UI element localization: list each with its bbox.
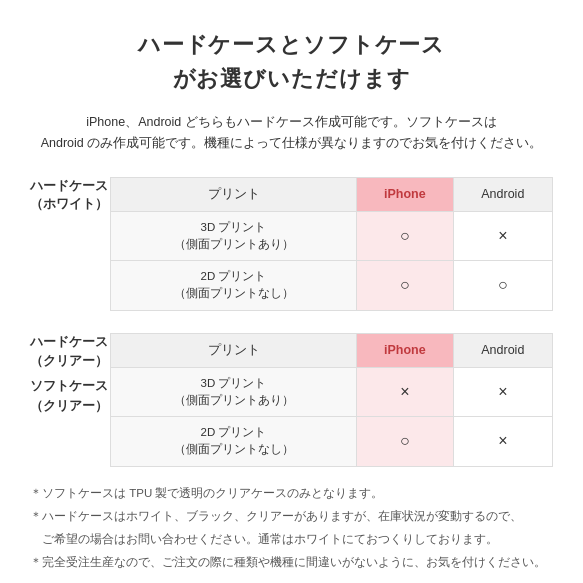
- table2-row2-print: 2D プリント（側面プリントなし）: [111, 417, 357, 467]
- section-spacer: [30, 317, 553, 333]
- table1-row2-print: 2D プリント（側面プリントなし）: [111, 261, 357, 311]
- table1-header-row: プリント iPhone Android: [111, 177, 553, 211]
- table1-row1-android: ×: [453, 211, 552, 261]
- table2-label-line1: ハードケース: [30, 333, 110, 352]
- table2-header-android: Android: [453, 333, 552, 367]
- table1-row2-android: ○: [453, 261, 552, 311]
- table-row: 3D プリント（側面プリントあり） × ×: [111, 367, 553, 417]
- page: ハードケースとソフトケース がお選びいただけます iPhone、Android …: [0, 0, 583, 583]
- title-line2: がお選びいただけます: [30, 62, 553, 96]
- table1-left-label: ハードケース （ホワイト）: [30, 177, 110, 215]
- table1-row1-print: 3D プリント（側面プリントあり）: [111, 211, 357, 261]
- table1-header-android: Android: [453, 177, 552, 211]
- table2-header-print: プリント: [111, 333, 357, 367]
- table2-header-row: プリント iPhone Android: [111, 333, 553, 367]
- note-1: ＊ソフトケースは TPU 製で透明のクリアケースのみとなります。: [30, 483, 553, 503]
- table2-label-line3: ソフトケース: [30, 377, 110, 396]
- table1-section: ハードケース （ホワイト） プリント iPhone Android 3D プリン…: [30, 177, 553, 311]
- note-4: ＊完全受注生産なので、ご注文の際に種類や機種に間違いがないように、お気を付けくだ…: [30, 552, 553, 572]
- table2: プリント iPhone Android 3D プリント（側面プリントあり） × …: [110, 333, 553, 467]
- note-2: ＊ハードケースはホワイト、ブラック、クリアーがありますが、在庫状況が変動するので…: [30, 506, 553, 526]
- table2-section: ハードケース （クリアー） ソフトケース （クリアー） プリント iPhone …: [30, 333, 553, 467]
- table2-left-label: ハードケース （クリアー） ソフトケース （クリアー）: [30, 333, 110, 417]
- notes-section: ＊ソフトケースは TPU 製で透明のクリアケースのみとなります。 ＊ハードケース…: [30, 483, 553, 573]
- note-3: ご希望の場合はお問い合わせください。通常はホワイトにておつくりしております。: [30, 529, 553, 549]
- table2-row2-iphone: ○: [357, 417, 454, 467]
- table2-header-iphone: iPhone: [357, 333, 454, 367]
- main-title: ハードケースとソフトケース がお選びいただけます: [30, 28, 553, 96]
- table1-row2-iphone: ○: [357, 261, 454, 311]
- table2-label-line2: （クリアー）: [30, 352, 110, 371]
- table2-row1-iphone: ×: [357, 367, 454, 417]
- title-line1: ハードケースとソフトケース: [30, 28, 553, 62]
- table1-label-line2: （ホワイト）: [30, 195, 108, 214]
- table-row: 3D プリント（側面プリントあり） ○ ×: [111, 211, 553, 261]
- table1: プリント iPhone Android 3D プリント（側面プリントあり） ○ …: [110, 177, 553, 311]
- table1-header-iphone: iPhone: [357, 177, 454, 211]
- table1-label-line1: ハードケース: [30, 177, 108, 196]
- subtitle: iPhone、Android どちらもハードケース作成可能です。ソフトケースは …: [30, 112, 553, 155]
- table2-row2-android: ×: [453, 417, 552, 467]
- table-row: 2D プリント（側面プリントなし） ○ ×: [111, 417, 553, 467]
- table2-row1-android: ×: [453, 367, 552, 417]
- table1-row1-iphone: ○: [357, 211, 454, 261]
- table2-label-line4: （クリアー）: [30, 397, 110, 416]
- table2-row1-print: 3D プリント（側面プリントあり）: [111, 367, 357, 417]
- table-row: 2D プリント（側面プリントなし） ○ ○: [111, 261, 553, 311]
- table1-header-print: プリント: [111, 177, 357, 211]
- table2-right: プリント iPhone Android 3D プリント（側面プリントあり） × …: [110, 333, 553, 467]
- table1-right: プリント iPhone Android 3D プリント（側面プリントあり） ○ …: [110, 177, 553, 311]
